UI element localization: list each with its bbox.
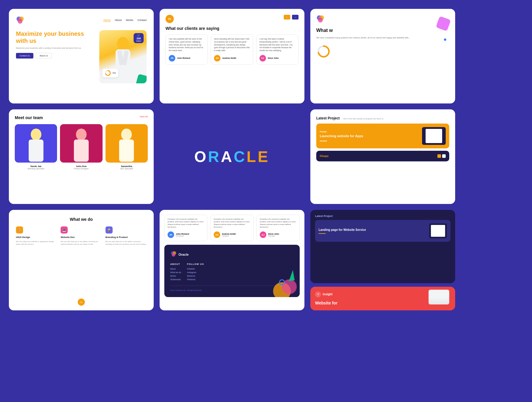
testimonial-cards: I am very satisfied with the work on the… bbox=[166, 34, 299, 65]
view-all-link[interactable]: View All bbox=[140, 115, 148, 118]
testimonial-text-3: I can say, this team is indeed extraordi… bbox=[259, 38, 295, 52]
author-name-2: Andrew Smith bbox=[222, 57, 236, 59]
more-testi-text-2: Excepteur sint occaecat cupidatat non pr… bbox=[214, 218, 250, 228]
about-us-button[interactable]: About Us bbox=[36, 53, 52, 59]
progress-indicator: 79% bbox=[102, 69, 118, 77]
footer-follow-col: FOLLOW US Dribbble Instagram Behance Pin… bbox=[187, 263, 204, 282]
landing-mockup bbox=[429, 223, 447, 238]
hero-description: Maximize your business with a variety of… bbox=[16, 47, 96, 50]
samantha-role: SEO Specialist bbox=[106, 168, 148, 170]
author-3: SJ Steve John bbox=[259, 55, 295, 61]
service-uiux: 🎨 UIUX Design We can make your website o… bbox=[16, 226, 57, 246]
circle-stat bbox=[316, 44, 331, 59]
landing-item-info: Landing page for Website Service bbox=[319, 228, 366, 234]
right-bottom-col: Latest Project Landing page for Website … bbox=[310, 210, 455, 310]
svg-point-3 bbox=[117, 37, 129, 50]
projects-subtitle: this is the last variety of projects we … bbox=[343, 118, 385, 120]
author-1: JR John Richard bbox=[169, 55, 205, 61]
footer-instagram-link[interactable]: Instagram bbox=[187, 271, 204, 273]
testimonial-card-2: Since branding with the oracle team I fe… bbox=[211, 34, 253, 65]
svg-point-18 bbox=[121, 129, 132, 140]
nav-about[interactable]: About bbox=[115, 19, 122, 22]
team-title: Meet our team bbox=[15, 115, 148, 120]
footer-testimonial-link[interactable]: Testimonial bbox=[170, 278, 181, 281]
letter-r: R bbox=[208, 148, 221, 165]
footer-pinterest-link[interactable]: Pinterest bbox=[187, 278, 204, 281]
footer-whatwedo-link[interactable]: What we do bbox=[170, 271, 181, 273]
footer-works-link[interactable]: Works bbox=[170, 275, 181, 277]
footer-behance-link[interactable]: Behance bbox=[187, 275, 204, 277]
more-author-name-1: John Richard bbox=[176, 233, 189, 235]
more-avatar-1: JR bbox=[168, 231, 174, 238]
testimonial-text-2: Since branding with the oracle team I fe… bbox=[214, 38, 250, 52]
branding-icon: 📦 bbox=[106, 226, 113, 234]
card-testimonials: 01 What our clients are saying ← → I am … bbox=[160, 9, 304, 103]
footer-about-title: ABOUT bbox=[170, 263, 181, 265]
nav-arrows: ← → bbox=[284, 15, 299, 20]
avatar-2: AS bbox=[214, 55, 220, 61]
john-photo bbox=[60, 124, 102, 163]
more-avatar-3: SJ bbox=[260, 231, 266, 238]
services-grid: 🎨 UIUX Design We can make your website o… bbox=[16, 226, 147, 246]
insight-decoration bbox=[429, 290, 452, 307]
more-author-role-1: Developer bbox=[176, 235, 189, 237]
landing-item-title: Landing page for Website Service bbox=[319, 228, 366, 231]
footer-about-link[interactable]: About bbox=[170, 268, 181, 270]
card-insight: ✦ Insight Website for bbox=[310, 287, 455, 310]
footer-follow-title: FOLLOW US bbox=[187, 263, 204, 265]
letter-l: L bbox=[246, 148, 258, 165]
projects-title: Latest Project bbox=[316, 116, 340, 120]
contact-us-button[interactable]: Contact Us bbox=[16, 53, 33, 59]
samantha-photo bbox=[106, 124, 148, 163]
more-testi-3: Excepteur sint occaecat cupidatat non pr… bbox=[257, 215, 300, 241]
foodie-mockup bbox=[422, 127, 446, 145]
uiux-icon: 🎨 bbox=[16, 226, 23, 234]
project-floops: Floops bbox=[316, 151, 449, 161]
footer-logo: Oracle bbox=[170, 251, 294, 258]
insight-mock-inner bbox=[429, 290, 449, 304]
mock-screen bbox=[426, 129, 442, 143]
foodie-info: Foodie. Launching website for Apps bbox=[320, 131, 363, 141]
testimonials-title: What our clients are saying bbox=[166, 26, 299, 31]
more-author-info-3: Steve John Manager bbox=[268, 233, 279, 237]
sarah-name: Sarah Jae bbox=[15, 165, 57, 168]
testimonial-text-1: I am very satisfied with the work on the… bbox=[169, 38, 205, 52]
more-author-2: AS Andrew Smith Designer bbox=[214, 231, 250, 238]
nav-links: Home About Works Contact bbox=[103, 19, 147, 22]
more-testi-1: Excepteur sint occaecat cupidatat non pr… bbox=[164, 215, 207, 241]
more-testi-text-1: Excepteur sint occaecat cupidatat non pr… bbox=[168, 218, 204, 228]
service-webdev: 💻 Website Dev We can also help you in th… bbox=[61, 226, 102, 246]
hero-headline: Maximize your business with us bbox=[16, 30, 96, 44]
card-hero: Home About Works Contact Maximize your b… bbox=[9, 9, 154, 103]
floops-info: Floops bbox=[320, 155, 329, 158]
svg-point-16 bbox=[76, 129, 87, 140]
footer-about-col: ABOUT About What we do Works Testimonial bbox=[170, 263, 181, 282]
card-services: What we do 🎨 UIUX Design We can make you… bbox=[9, 210, 154, 310]
team-member-john: John Doe Product Designer bbox=[60, 124, 102, 170]
letter-e: E bbox=[258, 148, 270, 165]
more-author-role-2: Designer bbox=[222, 235, 236, 237]
testimonial-card-1: I am very satisfied with the work on the… bbox=[166, 34, 208, 65]
section-number: 01 bbox=[166, 15, 174, 23]
more-author-role-3: Manager bbox=[268, 235, 279, 237]
svg-rect-15 bbox=[29, 140, 43, 162]
landing-header: Latest Project bbox=[315, 215, 450, 218]
footer-logo-name: Oracle bbox=[179, 253, 189, 256]
samantha-name: Samantha bbox=[106, 165, 148, 168]
footer-dribbble-link[interactable]: Dribbble bbox=[187, 268, 204, 270]
hero-content: Maximize your business with us Maximize … bbox=[16, 30, 147, 83]
svg-point-22 bbox=[172, 253, 175, 257]
footer-section: Oracle ABOUT About What we do Works Test… bbox=[164, 245, 300, 297]
more-author-info-2: Andrew Smith Designer bbox=[222, 233, 236, 237]
nav-home[interactable]: Home bbox=[103, 19, 111, 22]
nav-contact[interactable]: Contact bbox=[137, 19, 147, 22]
btn-group: Contact Us About Us bbox=[16, 53, 96, 59]
nav-works[interactable]: Works bbox=[126, 19, 133, 22]
sarah-photo bbox=[15, 124, 57, 163]
landing-underline bbox=[319, 233, 326, 234]
whatwe-title-partial: What w bbox=[316, 28, 449, 33]
foodie-title: Launching website for Apps bbox=[320, 134, 363, 138]
prev-arrow-button[interactable]: ← bbox=[284, 15, 290, 20]
next-arrow-button[interactable]: → bbox=[292, 15, 299, 20]
card-more-testimonials: Excepteur sint occaecat cupidatat non pr… bbox=[160, 210, 304, 310]
